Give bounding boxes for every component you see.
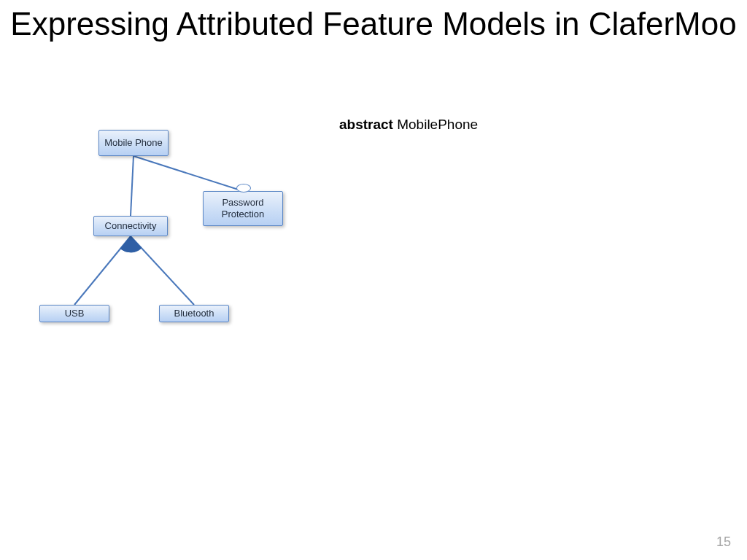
svg-line-1 bbox=[133, 156, 243, 191]
code-block: abstract MobilePhone bbox=[339, 117, 478, 133]
code-identifier: MobilePhone bbox=[397, 117, 478, 132]
node-usb: USB bbox=[39, 305, 109, 322]
node-password: Password Protection bbox=[203, 191, 283, 226]
optional-indicator bbox=[236, 184, 251, 192]
node-root: Mobile Phone bbox=[98, 130, 169, 156]
code-keyword: abstract bbox=[339, 117, 393, 132]
or-group-arc bbox=[120, 236, 142, 252]
node-bluetooth: Bluetooth bbox=[159, 305, 229, 322]
node-connectivity: Connectivity bbox=[93, 216, 168, 236]
svg-line-0 bbox=[131, 156, 133, 216]
slide: Expressing Attributed Feature Models in … bbox=[0, 0, 747, 560]
feature-tree: Mobile PhoneConnectivityPassword Protect… bbox=[29, 117, 336, 357]
page-number: 15 bbox=[716, 534, 731, 550]
slide-title: Expressing Attributed Feature Models in … bbox=[0, 6, 747, 43]
